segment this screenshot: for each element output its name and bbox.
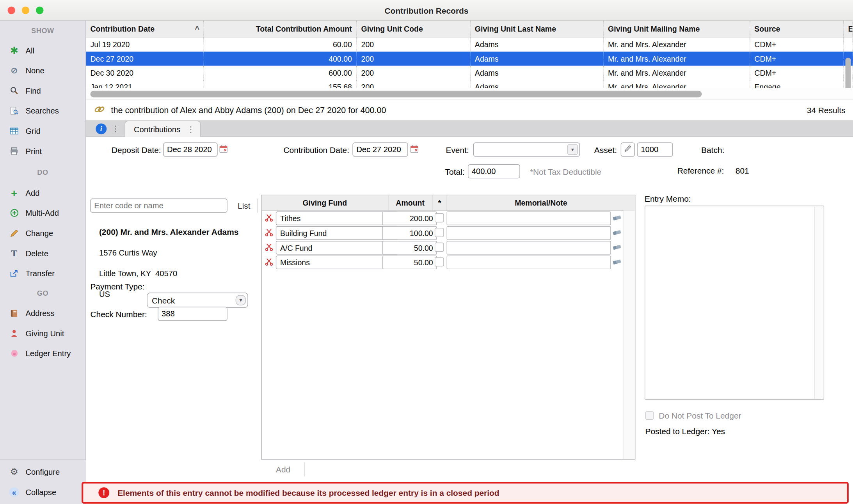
delete-icon: T: [8, 248, 21, 258]
check-number-field[interactable]: [158, 307, 227, 321]
memorial-note-field[interactable]: [447, 226, 611, 240]
giving-fund-select[interactable]: Building Fund▾: [276, 226, 398, 240]
giving-fund-select[interactable]: Tithes▾: [276, 211, 398, 225]
fund-star-checkbox[interactable]: [435, 213, 444, 222]
reference-label: Reference #:: [677, 163, 724, 177]
drag-handle-icon[interactable]: ⋮: [112, 124, 120, 133]
sidebar-item-label: Multi-Add: [26, 209, 59, 217]
sidebar-item-label: Change: [26, 229, 53, 237]
configure-button[interactable]: ⚙ Configure: [0, 462, 86, 482]
sidebar-item-searches[interactable]: Searches: [0, 101, 85, 121]
column-header-total-amount[interactable]: Total Contribution Amount: [204, 21, 357, 37]
memo-scrollbar-track[interactable]: [814, 207, 823, 399]
add-fund-row-button[interactable]: Add: [262, 462, 305, 476]
fund-star-checkbox[interactable]: [435, 243, 444, 252]
contribution-records-table: Contribution Date ^ Total Contribution A…: [86, 21, 853, 88]
asset-field[interactable]: [637, 142, 673, 156]
sidebar-item-multi-add[interactable]: Multi-Add: [0, 203, 85, 223]
deposit-date-label: Deposit Date:: [96, 142, 161, 156]
calendar-icon[interactable]: [219, 145, 228, 156]
fund-amount-field[interactable]: 50.00: [382, 241, 437, 255]
fund-amount-field[interactable]: 50.00: [382, 256, 437, 269]
code-search-input[interactable]: [90, 199, 227, 213]
sidebar-item-delete[interactable]: T Delete: [0, 243, 85, 263]
table-row[interactable]: Dec 30 2020 600.00 200 Adams Mr. and Mrs…: [86, 66, 853, 80]
memorial-note-field[interactable]: [447, 256, 611, 269]
contribution-date-field[interactable]: [352, 142, 408, 156]
memorial-note-field[interactable]: [447, 241, 611, 255]
list-button[interactable]: List: [231, 199, 258, 213]
fund-amount-field[interactable]: 200.00: [382, 211, 437, 225]
info-icon[interactable]: i: [96, 123, 107, 134]
table-row[interactable]: Jul 19 2020 60.00 200 Adams Mr. and Mrs.…: [86, 37, 853, 51]
sidebar-item-none[interactable]: ⊘ None: [0, 60, 85, 81]
event-select[interactable]: ▾: [473, 142, 580, 156]
collapse-button[interactable]: « Collapse: [0, 482, 86, 502]
fund-row: Missions▾ 50.00: [262, 254, 635, 269]
sidebar-item-giving-unit[interactable]: Giving Unit: [0, 323, 85, 343]
column-header-giving-unit-code[interactable]: Giving Unit Code: [357, 21, 470, 37]
plus-icon: +: [8, 188, 21, 198]
scissors-icon[interactable]: [265, 229, 273, 239]
column-header-last-name[interactable]: Giving Unit Last Name: [471, 21, 604, 37]
sidebar-item-label: Searches: [26, 106, 59, 115]
eraser-icon[interactable]: [613, 258, 622, 268]
memorial-note-field[interactable]: [447, 211, 611, 225]
sidebar-item-find[interactable]: Find: [0, 80, 85, 101]
sidebar-item-change[interactable]: Change: [0, 223, 85, 243]
zoom-window-button[interactable]: [36, 7, 44, 14]
vertical-scrollbar[interactable]: [845, 58, 851, 91]
sidebar-item-add[interactable]: + Add: [0, 183, 85, 203]
horizontal-scrollbar-track[interactable]: [86, 88, 853, 100]
eraser-icon[interactable]: [613, 229, 622, 238]
giving-fund-select[interactable]: Missions▾: [276, 256, 398, 269]
scissors-icon[interactable]: [265, 243, 273, 253]
close-window-button[interactable]: [8, 7, 16, 14]
alert-message: Elements of this entry cannot be modifie…: [117, 488, 499, 497]
eraser-icon[interactable]: [613, 243, 622, 253]
sort-ascending-icon[interactable]: ^: [195, 25, 199, 33]
deposit-date-field[interactable]: [163, 142, 217, 156]
sidebar-item-all[interactable]: ✱ All: [0, 40, 85, 60]
fund-row: Building Fund▾ 100.00: [262, 225, 635, 240]
total-field[interactable]: [468, 164, 520, 178]
column-header-mailing-name[interactable]: Giving Unit Mailing Name: [604, 21, 750, 37]
sidebar-item-transfer[interactable]: Transfer: [0, 263, 85, 284]
column-header-entry[interactable]: Entry: [844, 21, 853, 37]
fund-table-scrollbar-track[interactable]: [624, 211, 635, 459]
column-header-source[interactable]: Source: [750, 21, 844, 37]
sidebar-item-label: Configure: [26, 467, 60, 476]
sidebar-item-grid[interactable]: Grid: [0, 121, 85, 141]
sidebar-section-go: GO: [0, 283, 85, 303]
fund-star-checkbox[interactable]: [435, 228, 444, 237]
column-header-contribution-date[interactable]: Contribution Date ^: [86, 21, 204, 37]
giving-fund-select[interactable]: A/C Fund▾: [276, 241, 398, 255]
eraser-icon[interactable]: [613, 214, 622, 224]
do-not-post-checkbox[interactable]: [645, 411, 654, 420]
table-row-partial[interactable]: Jan 12 2021 155.68 200 Adams Mr. and Mrs…: [86, 80, 853, 88]
sidebar-footer: ⚙ Configure « Collapse: [0, 460, 86, 504]
closed-period-alert: ! Elements of this entry cannot be modif…: [82, 482, 849, 504]
asset-edit-button[interactable]: [621, 142, 635, 156]
table-row-selected[interactable]: Dec 27 2020 400.00 200 Adams Mr. and Mrs…: [86, 51, 853, 66]
fund-amount-field[interactable]: 100.00: [382, 226, 437, 240]
scissors-icon[interactable]: [265, 214, 273, 224]
event-label: Event:: [431, 142, 469, 156]
tab-contributions[interactable]: Contributions ⋮: [124, 121, 201, 137]
fund-star-checkbox[interactable]: [435, 257, 444, 266]
sidebar-item-label: Print: [26, 147, 42, 155]
sidebar-item-address[interactable]: Address: [0, 303, 85, 323]
scissors-icon[interactable]: [265, 258, 273, 268]
donor-name: (200) Mr. and Mrs. Alexander Adams: [99, 227, 239, 237]
horizontal-scrollbar-thumb[interactable]: [90, 91, 702, 98]
contribution-date-label: Contribution Date:: [272, 142, 349, 156]
calendar-icon[interactable]: [410, 145, 419, 156]
sidebar-item-print[interactable]: Print: [0, 141, 85, 161]
sidebar-item-ledger-entry[interactable]: Ledger Entry: [0, 343, 85, 364]
contribution-records-window: Contribution Records SHOW ✱ All ⊘ None F…: [0, 0, 853, 504]
minimize-window-button[interactable]: [22, 7, 30, 14]
tab-menu-icon[interactable]: ⋮: [187, 125, 195, 133]
payment-type-select[interactable]: Check ▾: [147, 293, 248, 308]
sidebar-section-show: SHOW: [0, 21, 85, 40]
entry-memo-textarea[interactable]: [645, 206, 824, 400]
